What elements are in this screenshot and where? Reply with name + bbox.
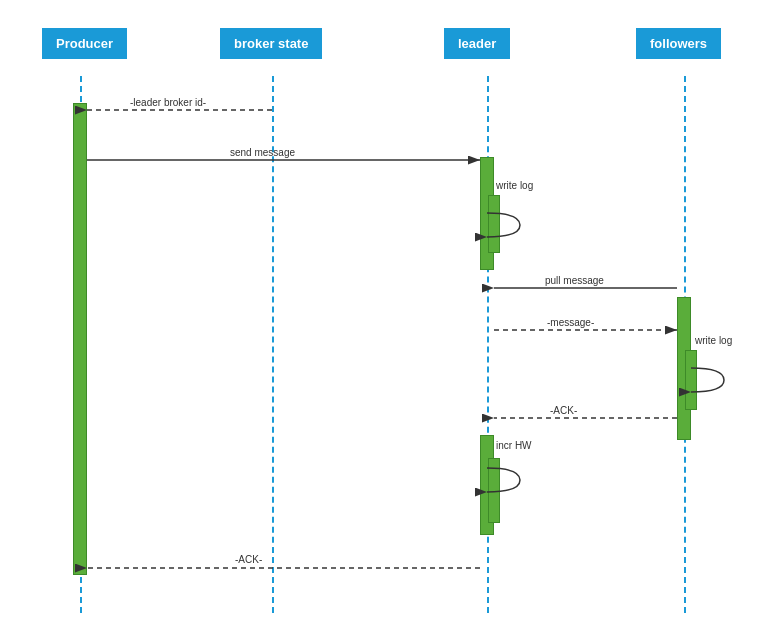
actor-broker-state: broker state <box>220 28 322 59</box>
arrows-svg: -leader broker id- send message pull mes… <box>0 0 778 633</box>
label-ack-leader: -ACK- <box>235 554 262 565</box>
sequence-diagram: Producer broker state leader followers w… <box>0 0 778 633</box>
activation-leader-incrhw <box>488 458 500 523</box>
actor-leader: leader <box>444 28 510 59</box>
actor-producer: Producer <box>42 28 127 59</box>
label-write-log-leader: write log <box>496 180 533 191</box>
label-pull-message: pull message <box>545 275 604 286</box>
label-leader-broker-id: -leader broker id- <box>130 97 206 108</box>
label-incr-hw: incr HW <box>496 440 532 451</box>
activation-followers-writelog <box>685 350 697 410</box>
lifeline-broker-state <box>272 76 274 613</box>
activation-producer <box>73 103 87 575</box>
label-write-log-followers: write log <box>695 335 732 346</box>
label-ack-followers: -ACK- <box>550 405 577 416</box>
label-message: -message- <box>547 317 594 328</box>
label-send-message: send message <box>230 147 295 158</box>
actor-followers: followers <box>636 28 721 59</box>
activation-leader-writelog <box>488 195 500 253</box>
